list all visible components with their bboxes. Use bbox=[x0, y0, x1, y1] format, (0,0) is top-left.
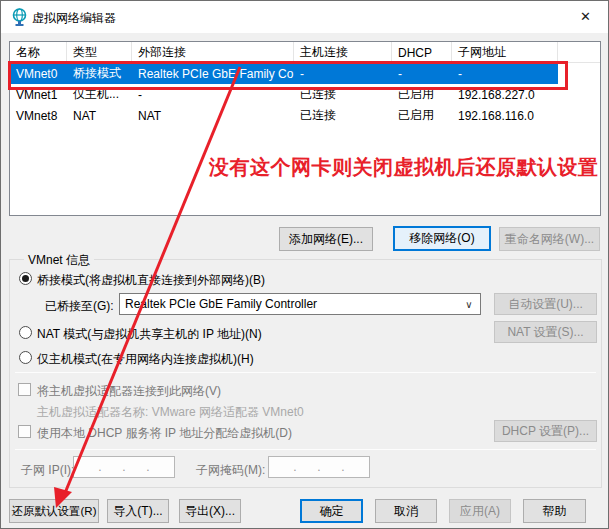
ip-dot: . bbox=[341, 460, 344, 474]
titlebar: 虚拟网络编辑器 ✕ bbox=[1, 1, 608, 33]
divider bbox=[15, 449, 596, 450]
host-adapter-checkbox-label: 将主机虚拟适配器连接到此网络(V) bbox=[37, 383, 221, 400]
close-icon[interactable]: ✕ bbox=[563, 1, 608, 32]
remove-network-button[interactable]: 移除网络(O) bbox=[393, 226, 491, 251]
dhcp-settings-button: DHCP 设置(P)... bbox=[494, 420, 597, 442]
annotation-note: 没有这个网卡则关闭虚拟机后还原默认设置 bbox=[209, 154, 599, 181]
nat-settings-button: NAT 设置(S)... bbox=[494, 321, 597, 343]
export-button[interactable]: 导出(X)... bbox=[179, 499, 241, 523]
chevron-down-icon[interactable]: ∨ bbox=[458, 299, 480, 310]
host-only-radio-label[interactable]: 仅主机模式(在专用网络内连接虚拟机)(H) bbox=[37, 351, 254, 368]
ok-button[interactable]: 确定 bbox=[300, 499, 363, 523]
cell-subnet: 192.168.227.0 bbox=[452, 88, 558, 102]
table-header: 名称 类型 外部连接 主机连接 DHCP 子网地址 bbox=[10, 42, 600, 63]
cell-host: - bbox=[294, 67, 392, 81]
cell-name: VMnet1 bbox=[10, 88, 67, 102]
cell-type: 桥接模式 bbox=[67, 65, 132, 82]
subnet-mask-field: . . . bbox=[268, 456, 370, 478]
ip-dot: . bbox=[293, 460, 296, 474]
cell-external: - bbox=[132, 88, 294, 102]
network-table[interactable]: 名称 类型 外部连接 主机连接 DHCP 子网地址 VMnet0 桥接模式 Re… bbox=[9, 41, 601, 216]
group-label: VMnet 信息 bbox=[24, 252, 94, 269]
ip-dot: . bbox=[122, 460, 125, 474]
dhcp-checkbox[interactable] bbox=[18, 425, 31, 438]
cell-external: NAT bbox=[132, 109, 294, 123]
nat-radio-label[interactable]: NAT 模式(与虚拟机共享主机的 IP 地址)(N) bbox=[37, 326, 262, 343]
col-external[interactable]: 外部连接 bbox=[132, 42, 294, 63]
col-type[interactable]: 类型 bbox=[67, 42, 132, 63]
ip-dot: . bbox=[98, 460, 101, 474]
nat-radio[interactable] bbox=[19, 326, 32, 339]
host-adapter-checkbox[interactable] bbox=[18, 383, 31, 396]
cell-dhcp: - bbox=[392, 67, 452, 81]
col-name[interactable]: 名称 bbox=[10, 42, 67, 63]
cell-name: VMnet8 bbox=[10, 109, 67, 123]
divider bbox=[15, 372, 596, 373]
import-button[interactable]: 导入(T)... bbox=[107, 499, 169, 523]
virtual-network-editor-window: 虚拟网络编辑器 ✕ 名称 类型 外部连接 主机连接 DHCP 子网地址 VMne… bbox=[0, 0, 609, 529]
network-globe-icon bbox=[11, 8, 28, 27]
bridged-to-value: Realtek PCIe GbE Family Controller bbox=[120, 297, 458, 311]
cancel-button[interactable]: 取消 bbox=[375, 499, 437, 523]
apply-button: 应用(A) bbox=[449, 499, 511, 523]
table-row-vmnet0[interactable]: VMnet0 桥接模式 Realtek PCIe GbE Family Co..… bbox=[10, 63, 558, 84]
cell-dhcp: 已启用 bbox=[392, 86, 452, 103]
rename-network-button: 重命名网络(W)... bbox=[499, 227, 600, 251]
cell-type: 仅主机... bbox=[67, 86, 132, 103]
bridged-radio-label[interactable]: 桥接模式(将虚拟机直接连接到外部网络)(B) bbox=[37, 272, 265, 289]
subnet-mask-label: 子网掩码(M): bbox=[196, 462, 265, 479]
subnet-ip-field: . . . bbox=[73, 456, 175, 478]
host-only-radio[interactable] bbox=[19, 351, 32, 364]
ip-dot: . bbox=[146, 460, 149, 474]
table-row-vmnet8[interactable]: VMnet8 NAT NAT 已连接 已启用 192.168.116.0 bbox=[10, 105, 558, 126]
bridged-to-label: 已桥接至(G): bbox=[45, 298, 114, 315]
cell-subnet: 192.168.116.0 bbox=[452, 109, 558, 123]
bridged-to-combobox[interactable]: Realtek PCIe GbE Family Controller ∨ bbox=[119, 293, 481, 315]
col-subnet[interactable]: 子网地址 bbox=[452, 42, 558, 63]
cell-subnet: - bbox=[452, 67, 558, 81]
dhcp-checkbox-label: 使用本地 DHCP 服务将 IP 地址分配给虚拟机(D) bbox=[37, 425, 292, 442]
cell-host: 已连接 bbox=[294, 107, 392, 124]
col-host[interactable]: 主机连接 bbox=[294, 42, 392, 63]
cell-host: 已连接 bbox=[294, 86, 392, 103]
cell-name: VMnet0 bbox=[10, 67, 67, 81]
cell-external: Realtek PCIe GbE Family Co... bbox=[132, 67, 294, 81]
subnet-ip-label: 子网 IP(I): bbox=[21, 462, 74, 479]
cell-dhcp: 已启用 bbox=[392, 107, 452, 124]
add-network-button[interactable]: 添加网络(E)... bbox=[279, 227, 373, 251]
restore-defaults-button[interactable]: 还原默认设置(R) bbox=[9, 499, 99, 523]
help-button[interactable]: 帮助 bbox=[523, 499, 586, 523]
col-empty bbox=[558, 42, 600, 63]
ip-dot: . bbox=[317, 460, 320, 474]
bridged-radio[interactable] bbox=[19, 272, 32, 285]
auto-settings-button: 自动设置(U)... bbox=[494, 293, 597, 315]
window-title: 虚拟网络编辑器 bbox=[32, 10, 116, 27]
cell-type: NAT bbox=[67, 109, 132, 123]
table-row-vmnet1[interactable]: VMnet1 仅主机... - 已连接 已启用 192.168.227.0 bbox=[10, 84, 558, 105]
host-adapter-name: 主机虚拟适配器名称: VMware 网络适配器 VMnet0 bbox=[37, 404, 304, 421]
col-dhcp[interactable]: DHCP bbox=[392, 42, 452, 63]
